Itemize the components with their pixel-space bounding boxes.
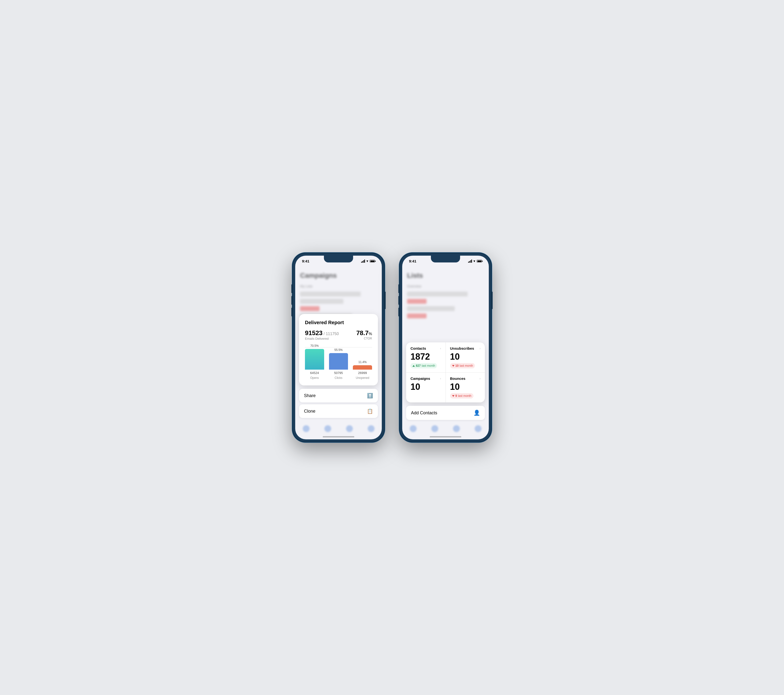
stat-cell-contacts[interactable]: Contacts › 1872 827 last month [406, 342, 445, 372]
unsubscribes-value: 10 [450, 352, 481, 361]
emails-delivered-label: Emails Delivered [305, 337, 339, 340]
phone-screen-1: 9:41 ▾ Campaigns My Lists [295, 256, 382, 439]
ctor-value: 78.7 [356, 329, 369, 337]
phone-2: 9:41 ▾ Lists Overview [399, 253, 492, 442]
phone-1: 9:41 ▾ Campaigns My Lists [292, 253, 385, 442]
unopened-pct: 11.4% [359, 360, 367, 364]
contacts-value: 1872 [410, 352, 441, 361]
clone-icon: 📋 [367, 408, 373, 414]
clicks-bar [329, 353, 348, 370]
bounces-label: Bounces [450, 376, 465, 381]
bar-group-opens: 70.5% 64524 Opens [305, 344, 324, 380]
bounces-trend-icon [452, 395, 455, 397]
ctor-value-row: 78.7% [356, 329, 372, 337]
clicks-pct: 55.5% [334, 348, 343, 352]
unsubscribes-badge: 10 last month [450, 363, 475, 368]
home-indicator-1 [323, 436, 354, 437]
bar-group-unopened: 11.4% 26999 Unopened [353, 360, 372, 380]
share-label: Share [304, 393, 316, 398]
bounces-value: 10 [450, 383, 481, 391]
contacts-trend-icon [412, 365, 415, 367]
unopened-label: Unopened [356, 376, 369, 380]
action-buttons: Share ⬆️ Clone 📋 [299, 389, 378, 418]
unsubscribes-chevron: › [479, 347, 481, 350]
overlay-1: Delivered Report 91523 / 111750 Emails D… [299, 314, 378, 420]
contacts-badge-suffix: last month [422, 364, 435, 367]
opens-bar [305, 349, 324, 370]
contacts-badge: 827 last month [410, 363, 437, 368]
unopened-num: 26999 [358, 371, 367, 375]
tab-bar-1 [295, 423, 382, 434]
ctor-section: 78.7% CTOR [356, 329, 372, 340]
emails-delivered-count: 91523 [305, 329, 323, 337]
campaigns-value: 10 [410, 383, 441, 391]
notch-2 [431, 256, 460, 263]
report-stats: 91523 / 111750 Emails Delivered 78.7% CT… [305, 329, 372, 344]
tab-bar-2 [402, 423, 489, 434]
stat-cell-unsubscribes[interactable]: Unsubscribes › 10 10 last month [446, 342, 485, 372]
stat-header-campaigns: Campaigns › [410, 376, 441, 381]
stat-cell-campaigns[interactable]: Campaigns › 10 [406, 373, 445, 403]
campaigns-chevron: › [440, 377, 441, 380]
add-contacts-icon: 👤 [473, 410, 480, 416]
home-indicator-2 [430, 436, 461, 437]
stat-header-bounces: Bounces › [450, 376, 481, 381]
phone-frame-1: 9:41 ▾ Campaigns My Lists [292, 253, 385, 442]
bounces-chevron: › [479, 377, 481, 380]
opens-pct: 70.5% [310, 344, 319, 347]
stats-card: Contacts › 1872 827 last month [406, 342, 485, 403]
bar-group-clicks: 55.5% 50795 Clicks [329, 348, 348, 380]
unsubscribes-trend-icon [452, 365, 455, 367]
unopened-bar [353, 365, 372, 370]
emails-delivered-section: 91523 / 111750 Emails Delivered [305, 329, 339, 344]
unsubscribes-label: Unsubscribes [450, 346, 474, 350]
share-button[interactable]: Share ⬆️ [299, 389, 378, 403]
phone-screen-2: 9:41 ▾ Lists Overview [402, 256, 489, 439]
bar-chart: 70.5% 64524 Opens 55.5% 50795 Clicks [305, 350, 372, 380]
stat-cell-bounces[interactable]: Bounces › 10 9 last month [446, 373, 485, 403]
add-contacts-label: Add Contacts [411, 411, 437, 416]
unsubscribes-badge-suffix: last month [460, 364, 473, 367]
opens-num: 64524 [310, 371, 319, 375]
phone-frame-2: 9:41 ▾ Lists Overview [399, 253, 492, 442]
clicks-num: 50795 [334, 371, 343, 375]
delivered-report-card: Delivered Report 91523 / 111750 Emails D… [299, 314, 378, 385]
contacts-chevron: › [440, 347, 441, 350]
unsubscribes-badge-num: 10 [455, 364, 459, 367]
clone-button[interactable]: Clone 📋 [299, 404, 378, 418]
stats-grid: Contacts › 1872 827 last month [406, 342, 485, 403]
campaigns-label: Campaigns [410, 376, 430, 381]
bounces-badge-num: 9 [455, 394, 457, 398]
ctor-unit: % [369, 332, 372, 336]
emails-total: / 111750 [324, 332, 339, 336]
notch-1 [324, 256, 353, 263]
overlay-2: Contacts › 1872 827 last month [406, 342, 485, 420]
emails-delivered-numbers: 91523 / 111750 [305, 329, 339, 337]
bounces-badge-suffix: last month [458, 394, 471, 398]
contacts-badge-num: 827 [416, 364, 421, 367]
stat-header-contacts: Contacts › [410, 346, 441, 350]
add-contacts-button[interactable]: Add Contacts 👤 [406, 406, 485, 420]
clone-label: Clone [304, 409, 315, 414]
ctor-label: CTOR [356, 337, 372, 340]
contacts-label: Contacts [410, 346, 426, 350]
opens-label: Opens [310, 376, 319, 380]
clicks-label: Clicks [334, 376, 343, 380]
stat-header-unsubscribes: Unsubscribes › [450, 346, 481, 350]
report-title: Delivered Report [305, 320, 372, 325]
bounces-badge: 9 last month [450, 393, 473, 399]
share-icon: ⬆️ [367, 393, 373, 399]
